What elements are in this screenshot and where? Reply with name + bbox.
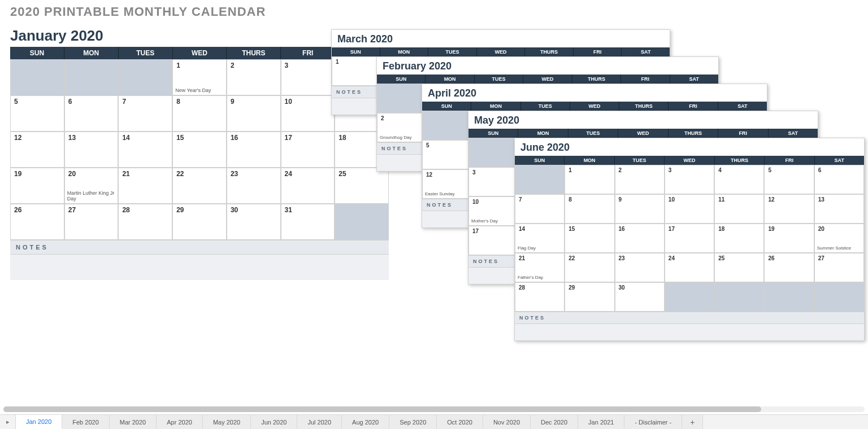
- dow-header: MON: [380, 47, 429, 56]
- dow-row: SUNMONTUESWEDTHURSFRISAT: [515, 156, 864, 165]
- day-number: 12: [426, 172, 432, 178]
- day-cell: 7: [118, 95, 172, 132]
- day-number: 25: [338, 170, 346, 178]
- day-cell: 6: [814, 165, 864, 194]
- dow-header: THURS: [525, 47, 574, 56]
- sheet-tab[interactable]: - Disclaimer -: [624, 415, 682, 429]
- day-cell: 29: [172, 204, 227, 240]
- scrollbar-thumb[interactable]: [3, 406, 761, 412]
- week-row: 262728293031: [10, 204, 389, 240]
- day-number: 15: [568, 226, 575, 232]
- day-cell: 22: [172, 168, 227, 204]
- day-cell: 30: [227, 204, 281, 240]
- sheet-tab[interactable]: Jun 2020: [251, 415, 297, 429]
- calendar-june: June 2020 SUNMONTUESWEDTHURSFRISAT 12345…: [514, 138, 865, 341]
- day-number: 11: [718, 196, 724, 203]
- dow-header: SAT: [769, 129, 818, 138]
- day-number: 16: [231, 134, 238, 142]
- sheet-tab[interactable]: Aug 2020: [342, 415, 389, 429]
- day-number: 4: [718, 167, 722, 173]
- dow-header: FRI: [669, 102, 718, 111]
- day-cell: 13: [64, 132, 119, 168]
- day-number: 22: [176, 170, 184, 178]
- add-sheet-button[interactable]: +: [682, 415, 703, 429]
- day-number: 28: [519, 284, 525, 291]
- dow-header: TUES: [521, 102, 570, 111]
- day-cell: [714, 282, 764, 312]
- dow-header: SAT: [815, 156, 864, 165]
- tab-nav-icon[interactable]: ▸: [0, 415, 16, 429]
- dow-header: SAT: [670, 75, 718, 84]
- day-number: 16: [619, 226, 625, 232]
- day-number: 23: [231, 170, 238, 178]
- event-label: Summer Solstice: [817, 246, 862, 251]
- day-cell: 28: [515, 282, 565, 312]
- sheet-tab[interactable]: May 2020: [203, 415, 251, 429]
- event-label: Groundhog Day: [380, 135, 424, 141]
- dow-header: SUN: [377, 75, 426, 84]
- day-number: 3: [285, 62, 289, 69]
- sheet-tab[interactable]: Mar 2020: [110, 415, 157, 429]
- sheet-tab[interactable]: Oct 2020: [437, 415, 483, 429]
- dow-header: SUN: [10, 47, 64, 59]
- day-cell: [10, 59, 64, 95]
- day-cell: 3: [665, 165, 714, 194]
- day-cell: 11: [714, 194, 764, 224]
- day-number: 30: [231, 206, 238, 214]
- day-cell: 8: [172, 95, 227, 132]
- day-cell: 2: [227, 59, 281, 95]
- day-cell: 27: [814, 253, 864, 282]
- sheet-tab[interactable]: Jan 2021: [578, 415, 624, 429]
- day-number: 30: [619, 284, 625, 291]
- sheet-tab[interactable]: Jul 2020: [297, 415, 342, 429]
- day-cell: 25: [335, 168, 389, 204]
- sheet-tab[interactable]: Sep 2020: [389, 415, 437, 429]
- day-cell: 1: [332, 56, 380, 86]
- day-cell: 26: [764, 253, 814, 282]
- day-cell: [64, 59, 119, 95]
- day-cell: 23: [615, 253, 665, 282]
- notes-label: NOTES: [10, 240, 389, 254]
- dow-row: SUNMONTUESWEDTHURSFRISAT: [422, 102, 767, 111]
- dow-header: FRI: [574, 47, 622, 56]
- horizontal-scrollbar[interactable]: [3, 406, 865, 412]
- sheet-tab[interactable]: Feb 2020: [62, 415, 109, 429]
- sheet-tab[interactable]: Jan 2020: [16, 415, 62, 429]
- day-cell: 16: [227, 132, 281, 168]
- day-cell: [764, 282, 814, 312]
- sheet-tab[interactable]: Apr 2020: [157, 415, 203, 429]
- day-cell: 9: [227, 95, 281, 132]
- dow-header: WED: [523, 75, 572, 84]
- dow-header: SUN: [468, 129, 518, 138]
- day-cell: 17: [468, 226, 518, 255]
- day-number: 27: [68, 206, 76, 214]
- dow-header: FRI: [718, 129, 768, 138]
- day-number: 5: [768, 167, 771, 173]
- day-cell: [814, 282, 864, 312]
- month-title: April 2020: [422, 84, 767, 102]
- day-cell: 2: [615, 165, 665, 194]
- day-number: 15: [176, 134, 184, 142]
- day-number: 24: [669, 255, 675, 261]
- day-cell: 21: [118, 168, 172, 204]
- day-number: 7: [519, 196, 522, 203]
- day-cell: 28: [118, 204, 172, 240]
- dow-header: FRI: [765, 156, 814, 165]
- dow-header: WED: [665, 156, 714, 165]
- day-number: 31: [285, 206, 292, 214]
- notes-area: [515, 323, 864, 340]
- week-row: 123456: [515, 165, 864, 194]
- day-number: 17: [472, 228, 479, 234]
- day-cell: 5: [422, 140, 471, 169]
- sheet-tab[interactable]: Nov 2020: [483, 415, 531, 429]
- day-cell: 5: [764, 165, 814, 194]
- week-row: 12131415161718: [10, 132, 389, 168]
- dow-header: WED: [173, 47, 227, 59]
- day-number: 9: [619, 196, 622, 203]
- dow-header: TUES: [119, 47, 173, 59]
- day-cell: 23: [227, 168, 281, 204]
- sheet-tab[interactable]: Dec 2020: [531, 415, 578, 429]
- day-cell: [118, 59, 172, 95]
- day-cell: 26: [10, 204, 64, 240]
- day-number: 3: [472, 169, 476, 176]
